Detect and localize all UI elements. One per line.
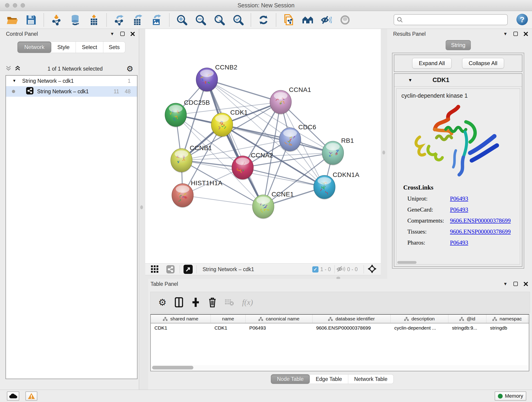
svg-text:CDKN1A: CDKN1A (333, 171, 360, 178)
function-builder-icon: f(x) (242, 298, 253, 307)
collapse-panel-icon[interactable]: ▼ (503, 32, 507, 36)
memory-status-icon (498, 394, 503, 399)
save-session-icon[interactable] (26, 14, 37, 26)
network-collection-row[interactable]: ▼ String Network – cdk1 1 (6, 76, 137, 86)
network-canvas[interactable]: CCNB2CCNA1CDC25BCDK1CDC6RB1CCNB1CCNA2HIS… (145, 29, 381, 263)
close-panel-icon[interactable] (524, 32, 528, 36)
crosslink-link[interactable]: 9606.ENSP00000378699 (450, 217, 511, 224)
table-panel: Table Panel ▼ ⚙ f(x) (148, 279, 532, 390)
table-gear-icon[interactable]: ⚙ (158, 298, 167, 307)
protein-twisty-icon[interactable]: ▼ (408, 78, 412, 83)
grid-view-icon[interactable] (149, 264, 160, 275)
export-image-icon[interactable] (151, 14, 162, 26)
tab-network[interactable]: Network (17, 41, 51, 53)
detach-view-icon[interactable] (184, 265, 193, 274)
import-table-icon[interactable] (89, 14, 99, 26)
crosslink-link[interactable]: P06493 (450, 206, 468, 213)
share-view-icon[interactable] (165, 264, 176, 275)
hide-selected-icon[interactable] (321, 14, 332, 26)
export-network-icon[interactable] (114, 14, 125, 26)
table-hscrollbar[interactable] (151, 365, 528, 370)
protein-description: cyclin-dependent kinase 1 (401, 92, 520, 99)
collapse-panel-icon[interactable]: ▼ (503, 282, 507, 286)
zoom-out-icon[interactable] (195, 14, 206, 26)
network-collection-count: 1 (128, 78, 131, 84)
table-header-row: shared name name canonical name database… (151, 315, 529, 323)
tab-sets[interactable]: Sets (103, 41, 125, 53)
add-column-icon[interactable] (191, 297, 200, 307)
network-graph[interactable]: CCNB2CCNA1CDC25BCDK1CDC6RB1CCNB1CCNA2HIS… (145, 29, 381, 263)
tab-node-table[interactable]: Node Table (271, 374, 310, 384)
selected-count: 1 - 0 (320, 266, 331, 273)
collapse-all-networks-icon[interactable] (6, 65, 12, 72)
memory-button[interactable]: Memory (495, 391, 526, 401)
left-splitter-handle[interactable] (140, 205, 143, 209)
expand-all-button[interactable]: Expand All (412, 58, 451, 69)
import-network-icon[interactable] (51, 14, 62, 26)
column-header[interactable]: namespac (486, 315, 528, 323)
tree-twisty-icon[interactable]: ▼ (12, 79, 16, 83)
float-panel-icon[interactable] (513, 282, 518, 286)
export-table-icon[interactable] (133, 14, 143, 26)
float-panel-icon[interactable] (513, 32, 518, 36)
tab-style[interactable]: Style (51, 41, 76, 53)
tab-select[interactable]: Select (76, 41, 103, 53)
close-panel-icon[interactable] (524, 282, 528, 286)
control-panel: Control Panel ▼ Network Style Select Set… (0, 29, 139, 390)
show-columns-icon[interactable] (175, 297, 183, 307)
gear-icon[interactable]: ⚙ (127, 65, 133, 73)
hidden-eye-icon (336, 265, 345, 273)
collapse-all-button[interactable]: Collapse All (462, 58, 504, 69)
right-splitter-handle[interactable] (382, 151, 385, 154)
table-row[interactable]: CDK1 CDK1 P06493 9606.ENSP00000378699 cy… (151, 323, 529, 333)
search-input[interactable] (405, 17, 507, 23)
hidden-count: 0 - 0 (347, 266, 358, 273)
network-row-selected[interactable]: String Network – cdk1 11 48 (6, 86, 137, 97)
results-panel-title: Results Panel (393, 31, 426, 37)
show-all-icon[interactable] (340, 14, 351, 26)
svg-text:CDC6: CDC6 (298, 123, 316, 131)
window-title: Session: New Session (0, 2, 532, 9)
column-header[interactable]: description (391, 315, 448, 323)
crosslink-link[interactable]: P06493 (450, 239, 468, 246)
zoom-fit-icon[interactable] (214, 14, 225, 26)
column-header[interactable]: @id (448, 315, 486, 323)
refresh-icon[interactable] (258, 14, 269, 26)
delete-column-icon[interactable] (208, 297, 216, 307)
clone-network-icon[interactable] (283, 14, 294, 26)
results-panel: Results Panel ▼ String Expand All Collap… (387, 29, 532, 279)
search-box[interactable] (394, 14, 508, 25)
tab-string-results[interactable]: String (446, 40, 471, 50)
search-icon (397, 17, 403, 23)
column-header[interactable]: name (211, 315, 246, 323)
crosslink-link[interactable]: 9606.ENSP00000378699 (450, 228, 511, 235)
tab-network-table[interactable]: Network Table (348, 374, 394, 384)
svg-text:CDC25B: CDC25B (184, 99, 210, 106)
zoom-selected-icon[interactable] (233, 14, 244, 26)
tab-edge-table[interactable]: Edge Table (310, 374, 348, 384)
cloud-button[interactable] (7, 391, 19, 401)
table-hscroll-thumb[interactable] (152, 366, 193, 370)
column-header[interactable]: canonical name (246, 315, 312, 323)
crosslink-link[interactable]: P06493 (450, 195, 468, 202)
network-view-title: String Network – cdk1 (203, 266, 312, 273)
crosslinks-section: CrossLinks Uniprot:P06493 GeneCard:P0649… (403, 184, 511, 246)
help-icon[interactable]: ? (516, 14, 528, 25)
close-panel-icon[interactable] (131, 32, 135, 36)
network-selection-status: 1 of 1 Network selected (24, 66, 127, 72)
expand-all-networks-icon[interactable] (15, 65, 21, 72)
column-header[interactable]: database identifier (312, 315, 391, 323)
warning-button[interactable] (25, 391, 37, 401)
float-panel-icon[interactable] (120, 32, 125, 36)
import-database-icon[interactable] (70, 14, 81, 26)
zoom-in-icon[interactable] (177, 14, 187, 26)
svg-text:HIST1H1A: HIST1H1A (191, 179, 222, 186)
collapse-panel-icon[interactable]: ▼ (110, 32, 114, 36)
crosshair-icon[interactable] (367, 264, 377, 274)
selected-checkbox-icon[interactable]: ✓ (312, 266, 318, 273)
svg-text:RB1: RB1 (341, 137, 354, 144)
birdseye-homes-icon[interactable] (302, 14, 313, 26)
results-hscroll-thumb[interactable] (397, 261, 417, 264)
open-session-icon[interactable] (7, 14, 18, 26)
column-header[interactable]: shared name (151, 315, 211, 323)
